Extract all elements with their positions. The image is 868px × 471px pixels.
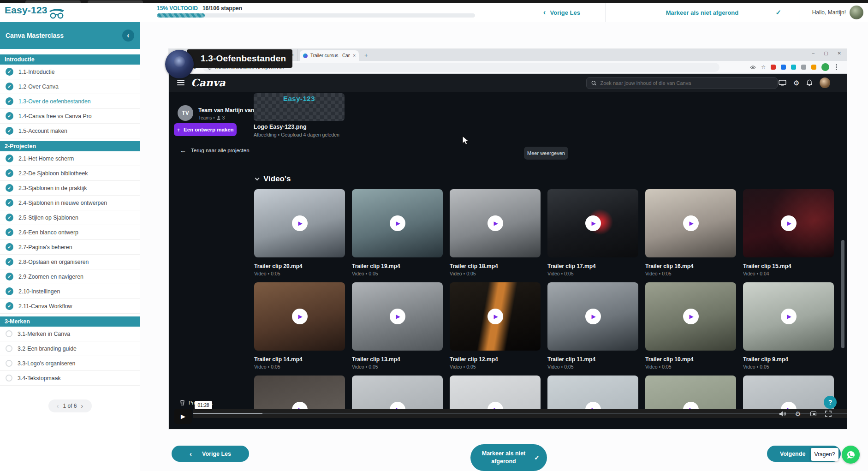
sidebar-lesson-item[interactable]: ✓2.5-Stijlen op Sjablonen [0,210,140,225]
browser-menu-icon[interactable] [834,64,838,71]
video-file-name[interactable]: Trailer clip 19.mp4 [352,263,443,269]
sidebar-lesson-item[interactable]: ✓2.9-Zoomen en navigeren [0,269,140,284]
bookmark-star-icon[interactable]: ☆ [761,64,766,70]
play-button[interactable]: ▶ [683,309,699,324]
sidebar-lesson-item[interactable]: ✓1.1-Introductie [0,65,140,79]
help-bubble-button[interactable]: ? [824,396,837,409]
videos-section-header[interactable]: Video's [256,174,291,184]
play-button[interactable]: ▶ [488,215,503,231]
sidebar-lesson-item[interactable]: ✓2.1-Het Home scherm [0,151,140,166]
back-to-projects-link[interactable]: ← Terug naar alle projecten [180,147,250,154]
video-file-name[interactable]: Trailer clip 16.mp4 [645,263,736,269]
video-tile[interactable]: ▶ [254,189,345,257]
extension-icon[interactable] [781,65,786,70]
extension-icon[interactable] [771,65,776,70]
video-tile[interactable]: ▶ [450,189,541,257]
settings-gear-icon[interactable]: ⚙ [793,79,799,86]
logo-file-thumbnail[interactable]: Easy-123 [254,93,345,121]
video-tile[interactable]: ▶ [352,282,443,351]
player-play-button[interactable]: ▶ [174,409,192,424]
show-more-button[interactable]: Meer weergeven [524,147,568,160]
sidebar-lesson-item[interactable]: ✓1.4-Canva free vs Canva Pro [0,109,140,124]
play-button[interactable]: ▶ [488,309,503,324]
sidebar-lesson-item[interactable]: ✓2.7-Pagina's beheren [0,240,140,255]
video-file-name[interactable]: Trailer clip 15.mp4 [743,263,834,269]
whatsapp-button[interactable] [842,446,860,464]
video-tile[interactable]: ▶ [547,189,638,257]
devices-icon[interactable] [779,80,786,86]
video-file-name[interactable]: Trailer clip 9.mp4 [743,356,834,363]
sidebar-lesson-item[interactable]: ✓2.2-De Sjabloon bibliotheek [0,166,140,181]
play-button[interactable]: ▶ [292,309,308,324]
video-file-name[interactable]: Trailer clip 10.mp4 [645,356,736,363]
user-avatar[interactable] [850,6,863,19]
video-tile[interactable]: ▶ [450,282,541,351]
video-file-name[interactable]: Trailer clip 11.mp4 [547,356,638,363]
video-file-name[interactable]: Trailer clip 17.mp4 [547,263,638,269]
sidebar-lesson-item[interactable]: 3.4-Tekstopmaak [0,371,140,386]
play-button[interactable]: ▶ [683,215,699,231]
prev-lesson-link[interactable]: ‹ Vorige Les [518,3,605,22]
create-design-button[interactable]: + Een ontwerp maken [174,123,237,136]
play-button[interactable]: ▶ [781,215,797,231]
hamburger-menu-icon[interactable] [177,80,184,87]
video-file-name[interactable]: Trailer clip 18.mp4 [450,263,541,269]
browser-profile-avatar[interactable] [821,63,829,71]
sidebar-lesson-item[interactable]: ✓1.5-Account maken [0,124,140,138]
canva-search-bar[interactable] [586,77,778,89]
player-progress-bar[interactable] [193,409,847,418]
collapse-sidebar-button[interactable]: ‹ [122,30,134,42]
sidebar-lesson-item[interactable]: 3.3-Logo's organiseren [0,356,140,371]
file-title[interactable]: Logo Easy-123.png [254,124,307,130]
player-settings-icon[interactable]: ⚙ [794,410,802,418]
scrollbar-thumb[interactable] [841,240,844,348]
mark-incomplete-link[interactable]: Markeer als niet afgerond ✓ [605,3,799,22]
video-file-name[interactable]: Trailer clip 14.mp4 [254,356,345,363]
mark-incomplete-button[interactable]: Markeer als niet afgerond ✓ [470,444,547,471]
play-button[interactable]: ▶ [781,309,797,324]
sidebar-lesson-item[interactable]: ✓2.6-Een blanco ontwerp [0,225,140,240]
video-tile[interactable]: ▶ [254,282,345,351]
minimize-icon[interactable]: – [812,51,815,56]
preview-eye-icon[interactable] [750,65,756,70]
team-avatar[interactable]: TV [178,105,193,121]
play-button[interactable]: ▶ [292,215,308,231]
sidebar-lesson-item[interactable]: ✓1.2-Over Canva [0,79,140,94]
notifications-bell-icon[interactable] [806,79,813,86]
video-tile[interactable]: ▶ [645,282,736,351]
sidebar-lesson-item[interactable]: ✓2.8-Opslaan en organiseren [0,255,140,269]
extension-icon[interactable] [801,65,806,70]
video-tile[interactable]: ▶ [547,282,638,351]
pagination-prev-icon[interactable]: ‹ [57,402,59,410]
video-tile[interactable]: ▶ [743,189,834,257]
play-button[interactable]: ▶ [585,309,601,324]
video-file-name[interactable]: Trailer clip 20.mp4 [254,263,345,269]
prev-lesson-button[interactable]: ‹ Vorige Les [172,446,249,462]
volume-icon[interactable] [779,410,787,418]
close-tab-icon[interactable]: × [353,53,356,58]
sidebar-lesson-item[interactable]: ✓2.11-Canva Workflow [0,299,140,314]
video-file-name[interactable]: Trailer clip 13.mp4 [352,356,443,363]
canva-search-input[interactable] [600,80,773,86]
maximize-icon[interactable]: ▢ [824,51,828,56]
sidebar-lesson-item[interactable]: 3.2-Een branding guide [0,341,140,356]
play-button[interactable]: ▶ [390,215,405,231]
app-logo[interactable]: Easy-123 [5,5,65,19]
extension-icon[interactable] [791,65,796,70]
team-name[interactable]: Team van Martijn van ... [198,107,260,113]
video-tile[interactable]: ▶ [645,189,736,257]
browser-tab-active[interactable]: Trailer cursus - Canva × [300,50,359,61]
sidebar-lesson-item[interactable]: ✓2.3-Sjablonen in de praktijk [0,181,140,196]
sidebar-lesson-item[interactable]: 3.1-Merken in Canva [0,327,140,341]
fullscreen-icon[interactable] [824,410,832,418]
pagination-next-icon[interactable]: › [81,402,83,410]
canva-user-avatar[interactable] [820,78,830,88]
video-file-name[interactable]: Trailer clip 12.mp4 [450,356,541,363]
close-icon[interactable]: ✕ [838,51,841,56]
sidebar-lesson-item[interactable]: ✓2.4-Sjablonen in nieuwe ontwerpen [0,196,140,210]
video-tile[interactable]: ▶ [352,189,443,257]
video-tile[interactable]: ▶ [743,282,834,351]
canva-logo[interactable]: Canva [191,77,226,89]
lesson-video-player[interactable]: bij je team × Trailer cursus - Canva × +… [169,49,847,429]
play-button[interactable]: ▶ [390,309,405,324]
